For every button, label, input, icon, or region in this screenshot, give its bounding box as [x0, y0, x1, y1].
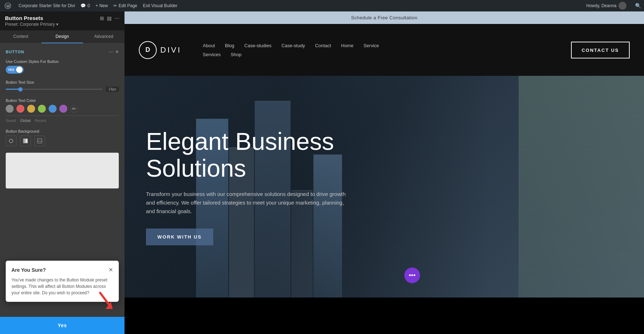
logo-text: DIVI — [160, 45, 181, 55]
nav-link-home[interactable]: Home — [341, 43, 353, 48]
nav-row-2: Services Shop — [203, 52, 630, 57]
floating-menu-dot[interactable]: ••• — [404, 267, 420, 283]
exit-visual-builder-button[interactable]: Exit Visual Builder — [143, 3, 177, 8]
svg-rect-4 — [38, 139, 42, 143]
panel-header: Button Presets ⊞ ▤ ⋯ Preset: Corporate P… — [0, 11, 125, 30]
tab-content[interactable]: Content — [0, 30, 42, 43]
site-name[interactable]: Corporate Starter Site for Divi — [19, 3, 75, 8]
panel-subtitle[interactable]: Preset: Corporate Primary ▾ — [5, 22, 119, 27]
dialog-close-button[interactable]: ✕ — [108, 266, 113, 273]
tab-advanced[interactable]: Advanced — [83, 30, 125, 43]
contact-us-button[interactable]: CONTACT US — [571, 41, 630, 58]
button-text-color-field: Button Text Color ✏ Saved Global Recent — [6, 98, 119, 123]
hero-cta-button[interactable]: WORK WITH US — [146, 229, 213, 245]
text-size-slider[interactable] — [6, 89, 102, 90]
global-colors-tab[interactable]: Global — [20, 119, 30, 123]
bg-image-icon[interactable] — [34, 136, 45, 146]
section-title: Button — [6, 50, 24, 54]
section-drag-icon[interactable]: ⋯ — [109, 49, 113, 54]
tab-design[interactable]: Design — [42, 30, 83, 43]
color-swatch-blue[interactable] — [49, 105, 57, 113]
panel-title: Button Presets — [5, 15, 43, 21]
bg-gradient-icon[interactable] — [20, 136, 31, 146]
recent-colors-tab[interactable]: Recent — [35, 119, 46, 123]
nav-links: About Blog Case-studies Case-study Conta… — [203, 43, 630, 57]
nav-link-about[interactable]: About — [203, 43, 215, 48]
logo-circle[interactable]: D — [139, 41, 157, 59]
color-swatch-gray[interactable] — [6, 105, 14, 113]
right-building — [519, 76, 644, 298]
new-content-button[interactable]: + New — [96, 3, 108, 8]
toggle-yes-label: YES — [8, 68, 14, 72]
button-section-header: Button ⋯ ✕ — [6, 49, 119, 54]
nav-link-case-studies[interactable]: Case-studies — [244, 43, 272, 48]
nav-link-blog[interactable]: Blog — [225, 43, 234, 48]
color-swatch-yellow[interactable] — [27, 105, 35, 113]
howdy-text: Howdy, Deanna — [586, 2, 627, 10]
slider-thumb[interactable] — [18, 87, 23, 92]
svg-text:W: W — [6, 4, 10, 8]
svg-point-2 — [9, 139, 13, 143]
expand-icon[interactable]: ⊞ — [100, 15, 104, 21]
nav-link-contact[interactable]: Contact — [315, 43, 331, 48]
hero-section: Elegant Business Solutions Transform you… — [125, 76, 644, 298]
toggle-knob — [16, 67, 23, 73]
nav-link-shop[interactable]: Shop — [231, 52, 241, 57]
site-nav: D DIVI About Blog Case-studies Case-stud… — [125, 24, 644, 76]
color-swatches: ✏ — [6, 105, 119, 113]
nav-link-case-study[interactable]: Case-study — [282, 43, 305, 48]
button-preview-box — [6, 153, 119, 188]
edit-page-button[interactable]: ✏ Edit Page — [113, 3, 137, 8]
color-picker-icon[interactable]: ✏ — [70, 105, 78, 113]
dialog-title: Are You Sure? — [11, 267, 46, 273]
red-arrow — [93, 286, 122, 314]
logo-wrap: D DIVI — [139, 41, 181, 59]
color-swatch-green[interactable] — [38, 105, 46, 113]
more-icon[interactable]: ⋯ — [114, 15, 119, 21]
saved-colors-tab[interactable]: Saved — [6, 119, 16, 123]
section-close-icon[interactable]: ✕ — [115, 49, 119, 54]
nav-link-services[interactable]: Services — [203, 52, 221, 57]
button-background-label: Button Background — [6, 129, 119, 133]
custom-styles-label: Use Custom Styles For Button — [6, 59, 119, 64]
color-preset-tabs: Saved Global Recent — [6, 119, 119, 123]
svg-rect-3 — [23, 139, 28, 143]
layout-icon[interactable]: ▤ — [107, 15, 112, 21]
color-swatch-red[interactable] — [16, 105, 24, 113]
slider-value: 14px — [106, 87, 119, 92]
hero-title: Elegant Business Solutions — [146, 128, 353, 182]
custom-styles-toggle[interactable]: YES — [6, 66, 24, 74]
panel-tabs: Content Design Advanced — [0, 30, 125, 44]
button-text-size-field: Button Text Size 14px — [6, 80, 119, 92]
button-background-field: Button Background — [6, 129, 119, 146]
search-icon[interactable]: 🔍 — [635, 3, 641, 9]
nav-row-1: About Blog Case-studies Case-study Conta… — [203, 43, 630, 48]
comment-badge[interactable]: 💬 0 — [80, 3, 90, 8]
schedule-bar: Schedule a Free Consultation — [125, 11, 644, 24]
hero-content: Elegant Business Solutions Transform you… — [125, 128, 375, 246]
button-text-color-label: Button Text Color — [6, 98, 119, 103]
wp-logo[interactable]: W — [3, 1, 13, 11]
avatar — [619, 2, 626, 10]
wp-admin-bar: W Corporate Starter Site for Divi 💬 0 + … — [0, 0, 644, 11]
panel-header-icons: ⊞ ▤ ⋯ — [100, 15, 119, 21]
hero-subtitle: Transform your business with our compreh… — [146, 190, 346, 216]
bg-color-icon[interactable] — [6, 136, 16, 146]
button-text-size-label: Button Text Size — [6, 80, 119, 84]
color-swatch-purple[interactable] — [59, 105, 67, 113]
nav-link-service[interactable]: Service — [364, 43, 379, 48]
yes-button[interactable]: Yes — [0, 317, 125, 334]
custom-styles-field: Use Custom Styles For Button YES — [6, 59, 119, 74]
website-preview: Schedule a Free Consultation D DIVI Abou… — [125, 11, 644, 334]
bg-icons — [6, 136, 119, 146]
